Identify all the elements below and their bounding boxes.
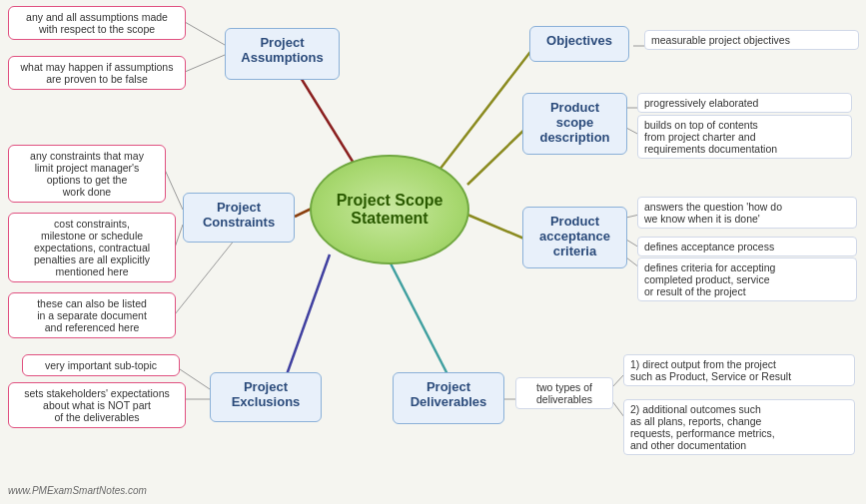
scope-elaborated-bubble: progressively elaborated <box>637 93 852 113</box>
svg-line-11 <box>175 240 235 314</box>
acceptance-node: Product acceptance criteria <box>522 207 627 268</box>
center-label: Project ScopeStatement <box>337 192 443 228</box>
svg-line-6 <box>467 215 526 240</box>
scope-desc-label: Product scope description <box>539 100 609 145</box>
constraints-label: Project Constraints <box>203 200 275 230</box>
constraint-bubble-3: these can also be listedin a separate do… <box>8 292 176 338</box>
two-types-text: two types ofdeliverables <box>536 381 592 405</box>
svg-line-4 <box>439 48 533 170</box>
two-types-bubble: two types ofdeliverables <box>515 377 613 409</box>
acceptance-question-bubble: answers the question 'how dowe know when… <box>637 197 857 229</box>
acceptance-criteria-bubble: defines criteria for acceptingcompleted … <box>637 257 857 301</box>
exclusion-bubble-2: sets stakeholders' expectationsabout wha… <box>8 382 186 428</box>
objectives-node: Objectives <box>529 26 629 62</box>
exclusions-label: Project Exclusions <box>232 379 301 409</box>
objectives-label: Objectives <box>546 33 612 48</box>
acceptance-question-text: answers the question 'how dowe know when… <box>644 201 782 225</box>
deliverable-1-bubble: 1) direct output from the projectsuch as… <box>623 354 855 386</box>
deliverables-label: Project Deliverables <box>411 379 487 409</box>
acceptance-criteria-text: defines criteria for acceptingcompleted … <box>644 261 775 297</box>
scope-elaborated-text: progressively elaborated <box>644 97 758 109</box>
scope-builds-text: builds on top of contentsfrom project ch… <box>644 119 777 155</box>
deliverable-2-text: 2) additional outcomes suchas all plans,… <box>630 403 775 451</box>
svg-line-5 <box>467 128 526 185</box>
assumption-text-2: what may happen if assumptionsare proven… <box>21 61 174 85</box>
exclusion-text-2: sets stakeholders' expectationsabout wha… <box>24 387 170 423</box>
deliverable-2-bubble: 2) additional outcomes suchas all plans,… <box>623 399 855 455</box>
svg-line-3 <box>390 261 447 374</box>
assumption-bubble-2: what may happen if assumptionsare proven… <box>8 56 186 90</box>
svg-line-10 <box>175 225 183 248</box>
exclusions-node: Project Exclusions <box>210 372 322 422</box>
acceptance-process-text: defines acceptance process <box>644 241 774 252</box>
assumptions-node: Project Assumptions <box>225 28 340 80</box>
constraints-node: Project Constraints <box>183 193 295 243</box>
deliverables-node: Project Deliverables <box>393 372 504 424</box>
svg-line-7 <box>185 22 225 45</box>
constraint-bubble-1: any constraints that maylimit project ma… <box>8 145 166 203</box>
exclusion-text-1: very important sub-topic <box>45 359 157 371</box>
scope-builds-bubble: builds on top of contentsfrom project ch… <box>637 115 852 159</box>
scope-desc-node: Product scope description <box>522 93 627 155</box>
objectives-text: measurable project objectives <box>651 34 790 46</box>
constraint-text-3: these can also be listedin a separate do… <box>37 297 147 333</box>
assumptions-label: Project Assumptions <box>241 35 323 65</box>
exclusion-bubble-1: very important sub-topic <box>22 354 180 376</box>
constraint-text-2: cost constraints,milestone or scheduleex… <box>34 218 150 277</box>
center-node: Project ScopeStatement <box>310 155 469 264</box>
constraint-text-1: any constraints that maylimit project ma… <box>30 150 144 198</box>
svg-line-9 <box>165 170 183 210</box>
constraint-bubble-2: cost constraints,milestone or scheduleex… <box>8 213 176 282</box>
svg-line-8 <box>185 55 225 72</box>
acceptance-label: Product acceptance criteria <box>539 214 610 258</box>
acceptance-process-bubble: defines acceptance process <box>637 237 857 256</box>
assumption-bubble-1: any and all assumptions madewith respect… <box>8 6 186 40</box>
deliverable-1-text: 1) direct output from the projectsuch as… <box>630 358 791 382</box>
objectives-bubble: measurable project objectives <box>644 30 859 50</box>
assumption-text-1: any and all assumptions madewith respect… <box>26 11 168 35</box>
